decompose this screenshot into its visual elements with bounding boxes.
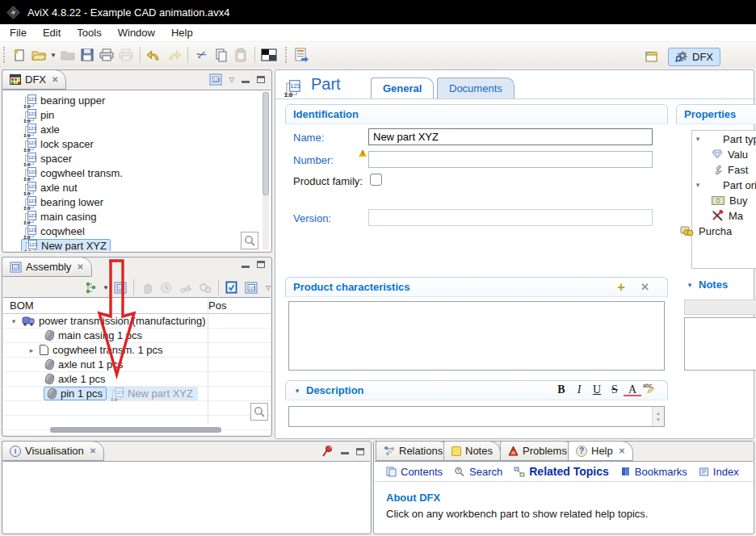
validate-button[interactable] — [224, 279, 240, 295]
print-preview-button[interactable] — [116, 45, 136, 65]
column-divider[interactable] — [208, 298, 208, 424]
maximize-icon[interactable] — [356, 448, 364, 455]
search-button[interactable] — [250, 403, 268, 421]
name-input[interactable] — [368, 128, 653, 145]
link-editor-icon[interactable]: 123 — [209, 73, 222, 86]
import-button[interactable] — [58, 45, 78, 65]
tree-item-new-part-xyz[interactable]: 1231.0New part XYZ — [21, 238, 271, 251]
collapse-icon[interactable]: ▾ — [293, 387, 301, 395]
maximize-icon[interactable] — [257, 76, 265, 83]
tree-item-lock-spacer[interactable]: 1231.0lock spacer — [24, 136, 271, 151]
tree-item-main-casing[interactable]: 1231.0main casing — [24, 209, 271, 224]
tree-item-bearing-lower[interactable]: 1231.0bearing lower — [24, 195, 271, 209]
undo-button[interactable] — [145, 45, 164, 65]
prop-row-part-origin[interactable]: ▾Part ori — [694, 178, 756, 192]
paste-button[interactable] — [231, 45, 250, 65]
bom-row-power-transmission[interactable]: ▾ power transmission (manufacturing) — [3, 314, 271, 329]
help-search-button[interactable]: ? Search — [454, 466, 502, 478]
tab-general[interactable]: General — [371, 77, 434, 98]
add-characteristic-button[interactable]: + — [617, 279, 625, 295]
bom-row-axle-nut[interactable]: axle nut 1 pcs — [3, 358, 271, 372]
hierarchy-dropdown-icon[interactable]: ▼ — [103, 284, 109, 291]
print-button[interactable] — [97, 45, 116, 65]
tab-notes[interactable]: Notes — [443, 441, 501, 461]
underline-button[interactable]: U — [588, 383, 606, 396]
show-numbers-button[interactable]: 123 — [112, 279, 128, 295]
perspective-dfx-button[interactable]: DFX — [668, 48, 720, 66]
vertical-scrollbar[interactable] — [262, 92, 269, 249]
tree-item-axle-nut[interactable]: 1231.0axle nut — [24, 180, 271, 195]
notes-box[interactable] — [684, 317, 756, 371]
visualisation-view-tab[interactable]: I Visualisation ✕ — [2, 441, 104, 461]
prop-row-purchase[interactable]: Purcha — [680, 224, 732, 238]
dfx-view-tab[interactable]: DFX ✕ — [2, 69, 66, 90]
assembly-view-tab[interactable]: 123 Assembly ✕ — [2, 257, 92, 277]
tree-item-cogwheel-transm[interactable]: 1231.0cogwheel transm. — [24, 165, 271, 180]
menu-edit[interactable]: Edit — [35, 25, 69, 40]
search-button[interactable] — [241, 232, 258, 249]
collapse-icon[interactable]: ▾ — [686, 281, 694, 289]
spinner-control[interactable]: ▲▼ — [652, 407, 664, 426]
machine-button[interactable] — [197, 279, 213, 295]
tree-item-pin[interactable]: 1231.0pin — [24, 107, 271, 122]
visualisation-canvas[interactable] — [3, 461, 370, 533]
tab-documents[interactable]: Documents — [437, 77, 514, 98]
pin-icon[interactable] — [321, 445, 334, 458]
tab-relations[interactable]: Relations — [376, 441, 451, 461]
tree-item-bearing-upper[interactable]: 1231.0bearing upper — [24, 93, 271, 107]
assembly-view-menu-icon[interactable]: ▽ — [266, 284, 271, 291]
redo-button[interactable] — [164, 45, 183, 65]
time-button[interactable] — [158, 279, 174, 295]
copy-button[interactable] — [212, 45, 231, 65]
description-input[interactable]: ▲▼ — [288, 406, 665, 427]
menu-window[interactable]: Window — [110, 25, 163, 40]
maximize-icon[interactable] — [257, 261, 265, 268]
report-button[interactable] — [292, 45, 311, 65]
close-icon[interactable]: ✕ — [90, 446, 96, 455]
chevron-down-icon[interactable]: ▾ — [694, 181, 702, 189]
font-color-button[interactable]: A — [624, 383, 641, 396]
tab-help[interactable]: ? Help ✕ — [568, 441, 633, 461]
open-perspective-button[interactable] — [643, 47, 662, 66]
strikethrough-button[interactable]: S — [606, 383, 624, 396]
tree-item-coqwheel[interactable]: 1231.0coqwheel — [24, 224, 271, 238]
minimize-icon[interactable] — [242, 79, 250, 83]
italic-button[interactable]: I — [570, 383, 588, 396]
close-icon[interactable]: ✕ — [77, 262, 83, 271]
remove-characteristic-button[interactable]: ✕ — [640, 281, 649, 293]
open-file-button[interactable] — [29, 45, 48, 65]
prop-row-fastener[interactable]: Fast — [712, 162, 748, 177]
view-menu-icon[interactable]: ▽ — [229, 76, 234, 83]
help-contents-button[interactable]: Contents — [386, 466, 443, 478]
bold-button[interactable]: B — [552, 383, 570, 396]
numbers-view-button[interactable]: 123 — [243, 279, 259, 295]
tree-item-spacer[interactable]: 1231.0spacer — [24, 151, 271, 165]
bom-row-main-casing[interactable]: main casing 1 pcs — [3, 329, 271, 343]
chevron-down-icon[interactable]: ▾ — [694, 135, 702, 143]
column-header-bom[interactable]: BOM — [3, 299, 202, 312]
save-button[interactable] — [78, 45, 97, 65]
menu-help[interactable]: Help — [163, 25, 201, 40]
help-index-button[interactable]: Index — [699, 466, 739, 478]
number-input[interactable] — [368, 151, 653, 168]
minimize-icon[interactable] — [341, 450, 349, 454]
bom-row-cogwheel-transm[interactable]: ▸ cogwheel transm. 1 pcs — [3, 343, 271, 358]
new-file-button[interactable] — [10, 45, 29, 65]
prop-row-value[interactable]: Valu — [712, 147, 748, 161]
prop-row-buy[interactable]: Buy — [712, 193, 747, 207]
bom-row-axle[interactable]: axle 1 pcs — [3, 372, 271, 387]
chevron-right-icon[interactable]: ▸ — [27, 346, 36, 354]
pointer-button[interactable] — [178, 279, 194, 295]
tab-problems[interactable]: Problems — [500, 441, 575, 461]
prop-row-make[interactable]: Ma — [712, 208, 743, 223]
bom-row-pin[interactable]: pin 1 pcs 1231.0 New part XYZ — [3, 387, 271, 401]
manual-handling-button[interactable] — [139, 279, 155, 295]
horizontal-scrollbar[interactable] — [50, 427, 221, 433]
minimize-icon[interactable] — [242, 264, 250, 268]
layout-button[interactable] — [259, 45, 279, 65]
tree-item-axle[interactable]: 1231.0axle — [24, 122, 271, 136]
product-characteristics-list[interactable] — [288, 301, 665, 371]
version-input[interactable] — [368, 209, 653, 226]
close-icon[interactable]: ✕ — [52, 75, 58, 84]
hierarchy-view-button[interactable] — [83, 279, 99, 295]
